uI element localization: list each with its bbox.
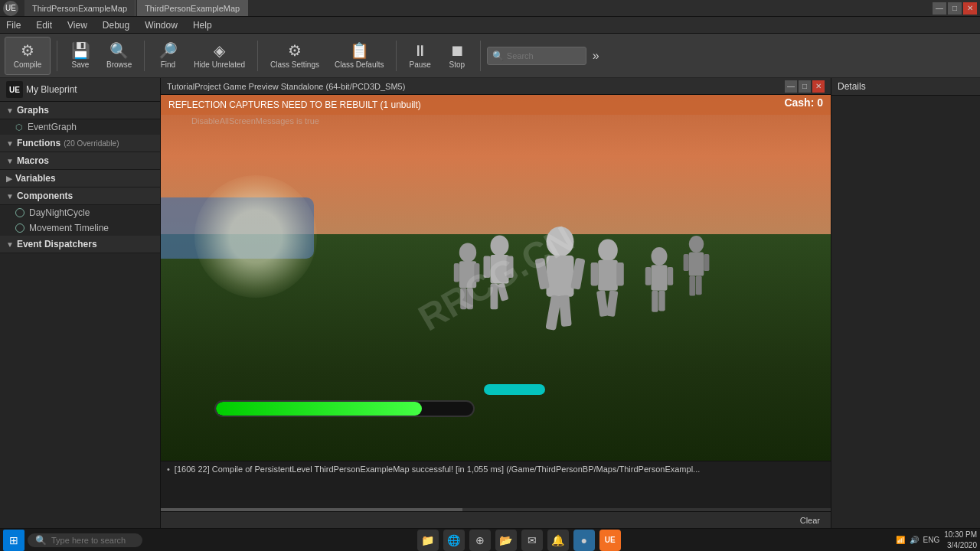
item-eventgraph[interactable]: ⬡ EventGraph <box>0 119 160 135</box>
hide-unrelated-icon: ◈ <box>214 43 225 58</box>
section-macros[interactable]: ▼ Macros <box>0 152 160 170</box>
viewport-controls: — □ ✕ <box>785 80 825 93</box>
taskbar: ⊞ 🔍 📁 🌐 ⊕ 📂 ✉ 🔔 ● UE 📶 🔊 ENG 10:30 PM 3/… <box>0 528 980 551</box>
item-daynightcycle[interactable]: DayNightCycle <box>0 205 160 220</box>
taskbar-app-notification[interactable]: 🔔 <box>547 530 569 551</box>
compile-label: Compile <box>14 60 42 69</box>
svg-rect-13 <box>547 256 574 297</box>
hide-unrelated-button[interactable]: ◈ Hide Unrelated <box>188 37 251 75</box>
title-bar: UE ThirdPersonExampleMap ThirdPersonExam… <box>0 0 980 17</box>
browse-label: Browse <box>106 60 132 69</box>
section-variables[interactable]: ▶ Variables <box>0 170 160 187</box>
vp-minimize[interactable]: — <box>785 80 797 93</box>
taskbar-search-icon: 🔍 <box>35 535 47 546</box>
screen-overlay-text: DisableAllScreenMessages is true <box>191 116 319 126</box>
pause-icon: ⏸ <box>413 43 428 58</box>
taskbar-app-folder[interactable]: 📂 <box>495 530 517 551</box>
search-bar[interactable]: 🔍 <box>487 47 586 65</box>
components-chevron: ▼ <box>6 192 14 201</box>
section-graphs[interactable]: ▼ Graphs <box>0 102 160 119</box>
find-icon: 🔎 <box>158 43 178 58</box>
log-text: [1606 22] Compile of PersistentLevel Thi… <box>175 465 700 474</box>
svg-rect-20 <box>591 262 599 285</box>
taskbar-search-input[interactable] <box>51 536 128 545</box>
svg-point-30 <box>689 236 704 253</box>
eventgraph-label: EventGraph <box>28 122 77 132</box>
find-button[interactable]: 🔎 Find <box>151 37 185 75</box>
menu-edit[interactable]: Edit <box>33 18 55 32</box>
start-button[interactable]: ⊞ <box>3 530 24 551</box>
pause-button[interactable]: ⏸ Pause <box>403 37 436 75</box>
save-button[interactable]: 💾 Save <box>64 37 97 75</box>
taskbar-app-mail[interactable]: ✉ <box>521 530 543 551</box>
taskbar-app-browser[interactable]: 🌐 <box>443 530 465 551</box>
functions-chevron: ▼ <box>6 139 14 148</box>
ue-logo: UE <box>6 81 23 98</box>
find-label: Find <box>161 60 175 69</box>
tab-2[interactable]: ThirdPersonExampleMap <box>137 0 248 16</box>
minimize-button[interactable]: — <box>933 2 946 15</box>
daynightcycle-label: DayNightCycle <box>29 207 90 218</box>
vp-maximize[interactable]: □ <box>799 80 811 93</box>
svg-rect-32 <box>684 254 689 271</box>
eventgraph-icon: ⬡ <box>15 122 23 132</box>
svg-rect-8 <box>484 256 491 278</box>
more-button[interactable]: » <box>590 46 603 66</box>
stop-button[interactable]: ⏹ Stop <box>440 37 474 75</box>
tab-bar: UE ThirdPersonExampleMap ThirdPersonExam… <box>3 0 248 16</box>
taskbar-app-edge[interactable]: ⊕ <box>469 530 491 551</box>
svg-rect-33 <box>704 254 709 271</box>
left-panel: UE My Blueprint ▼ Graphs ⬡ EventGraph ▼ … <box>0 78 161 528</box>
my-blueprint-header: UE My Blueprint <box>0 78 160 102</box>
movementtimeline-icon <box>15 223 24 233</box>
toolbar: ⚙ Compile 💾 Save 🔍 Browse 🔎 Find ◈ Hide … <box>0 34 980 78</box>
svg-rect-19 <box>598 260 618 291</box>
search-input[interactable] <box>507 51 576 60</box>
menu-file[interactable]: File <box>3 18 24 32</box>
item-movementtimeline[interactable]: Movement Timeline <box>0 220 160 236</box>
volume-icon: 🔊 <box>910 536 919 544</box>
menu-view[interactable]: View <box>64 18 90 32</box>
taskbar-icons: 📁 🌐 ⊕ 📂 ✉ 🔔 ● UE <box>417 530 621 551</box>
taskbar-app-ue[interactable]: UE <box>599 530 621 551</box>
clear-button[interactable]: Clear <box>795 514 825 527</box>
vp-close[interactable]: ✕ <box>812 80 825 93</box>
macros-label: Macros <box>17 155 49 166</box>
pause-label: Pause <box>409 60 430 69</box>
variables-label: Variables <box>15 173 56 184</box>
svg-rect-11 <box>497 282 508 301</box>
section-functions[interactable]: ▼ Functions (20 Overridable) <box>0 135 160 152</box>
functions-label: Functions <box>17 138 60 148</box>
class-defaults-button[interactable]: 📋 Class Defaults <box>328 37 390 75</box>
event-dispatchers-chevron: ▼ <box>6 240 14 249</box>
viewport-titlebar: TutorialProject Game Preview Standalone … <box>161 78 831 95</box>
game-viewport[interactable]: REFLECTION CAPTURES NEED TO BE REBUILT (… <box>161 95 831 461</box>
notification-text: REFLECTION CAPTURES NEED TO BE REBUILT (… <box>168 99 421 110</box>
section-event-dispatchers[interactable]: ▼ Event Dispatchers <box>0 236 160 253</box>
tab-1[interactable]: ThirdPersonExampleMap <box>24 0 136 16</box>
taskbar-app-files[interactable]: 📁 <box>417 530 439 551</box>
robots-container <box>429 227 735 395</box>
menu-debug[interactable]: Debug <box>100 18 132 32</box>
time-display: 10:30 PM 3/4/2020 <box>944 530 977 551</box>
browse-button[interactable]: 🔍 Browse <box>100 37 138 75</box>
maximize-button[interactable]: □ <box>948 2 962 15</box>
daynightcycle-icon <box>15 208 24 217</box>
menu-window[interactable]: Window <box>142 18 181 32</box>
window-controls: — □ ✕ <box>933 2 977 15</box>
taskbar-app-circle[interactable]: ● <box>573 530 595 551</box>
section-components[interactable]: ▼ Components <box>0 187 160 205</box>
menu-help[interactable]: Help <box>190 18 215 32</box>
svg-rect-34 <box>689 276 695 296</box>
class-settings-icon: ⚙ <box>288 43 302 58</box>
graphs-label: Graphs <box>17 105 49 116</box>
svg-point-12 <box>547 227 574 257</box>
taskbar-search[interactable]: 🔍 <box>28 533 142 547</box>
notification-bar: REFLECTION CAPTURES NEED TO BE REBUILT (… <box>161 95 831 115</box>
svg-rect-7 <box>491 255 509 284</box>
macros-chevron: ▼ <box>6 157 14 165</box>
sys-tray: 📶 🔊 ENG 10:30 PM 3/4/2020 <box>896 530 977 551</box>
class-settings-button[interactable]: ⚙ Class Settings <box>264 37 325 75</box>
close-button[interactable]: ✕ <box>963 2 977 15</box>
compile-button[interactable]: ⚙ Compile <box>5 37 51 75</box>
